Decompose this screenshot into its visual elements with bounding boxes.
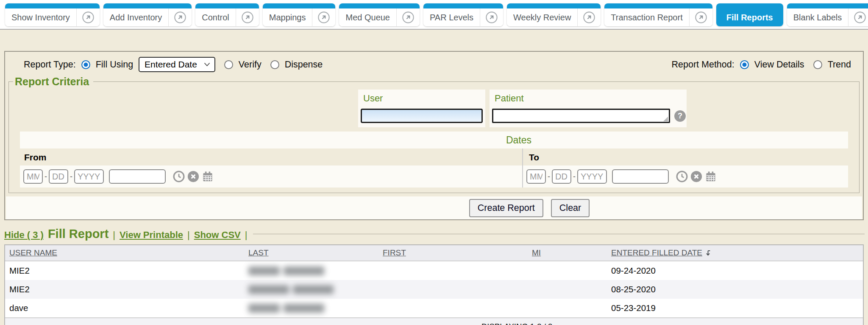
tab-label[interactable]: Mappings: [263, 13, 312, 22]
tab-control[interactable]: Control: [195, 3, 259, 26]
calendar-icon[interactable]: [704, 170, 717, 183]
separator: |: [245, 230, 248, 241]
table-row[interactable]: MIE2 09-24-2020: [5, 261, 863, 280]
radio-fill-using[interactable]: [81, 60, 90, 69]
tab-label[interactable]: Control: [195, 13, 235, 22]
tab-mappings[interactable]: Mappings: [263, 3, 336, 26]
clock-icon[interactable]: [676, 170, 688, 183]
date-to-column: To - -: [522, 148, 848, 188]
cell-entered-filled-date: 05-23-2019: [607, 303, 863, 313]
tab-med-queue[interactable]: Med Queue: [339, 3, 420, 26]
to-month-input[interactable]: [526, 169, 546, 184]
clear-button[interactable]: Clear: [551, 199, 590, 217]
from-year-input[interactable]: [74, 169, 104, 184]
create-report-button[interactable]: Create Report: [469, 199, 543, 217]
calendar-icon[interactable]: [201, 170, 214, 183]
view-details-label: View Details: [754, 59, 804, 70]
to-time-input[interactable]: [612, 169, 669, 184]
radio-verify[interactable]: [224, 60, 233, 69]
tab-show-inventory[interactable]: Show Inventory: [5, 3, 100, 26]
to-day-input[interactable]: [552, 169, 571, 184]
cell-entered-filled-date: 08-25-2020: [607, 284, 863, 294]
external-link-icon[interactable]: [480, 8, 503, 26]
external-link-icon[interactable]: [396, 8, 420, 26]
external-link-icon[interactable]: [76, 8, 100, 26]
from-time-input[interactable]: [109, 169, 166, 184]
tab-label[interactable]: PAR Levels: [423, 13, 480, 22]
form-actions-strip: Create Report Clear: [6, 196, 862, 219]
tab-accent-bar: [339, 3, 420, 8]
report-type-row: Report Type: Fill Using Entered Date Ver…: [5, 52, 863, 76]
sort-descending-icon: [704, 249, 712, 257]
date-separator: -: [548, 172, 550, 181]
redacted-text: [248, 285, 378, 294]
chevron-down-icon: [204, 62, 210, 67]
tab-accent-bar: [787, 3, 868, 8]
cell-entered-filled-date: 09-24-2020: [607, 266, 863, 276]
separator: |: [113, 230, 115, 241]
tab-label[interactable]: Fill Reports: [716, 13, 783, 22]
cell-user-name: dave: [5, 303, 244, 313]
cell-last-redacted: [244, 285, 378, 294]
patient-input[interactable]: [492, 109, 670, 123]
date-separator: -: [45, 172, 47, 181]
tab-blank-labels[interactable]: Blank Labels: [787, 3, 868, 26]
clock-icon[interactable]: [172, 170, 185, 183]
resize-grip-icon: [663, 117, 668, 121]
tab-label[interactable]: Show Inventory: [5, 13, 76, 22]
tab-fill-reports-active[interactable]: Fill Reports: [716, 3, 783, 26]
column-header-last[interactable]: LAST: [244, 248, 378, 258]
fill-using-label: Fill Using: [96, 59, 133, 70]
show-csv-link[interactable]: Show CSV: [194, 230, 241, 241]
displaying-count: DISPLAYING 1-3 / 3: [481, 322, 552, 325]
tab-weekly-review[interactable]: Weekly Review: [507, 3, 601, 26]
clear-date-icon[interactable]: [690, 170, 703, 183]
tab-label[interactable]: Transaction Report: [604, 13, 689, 22]
radio-trend[interactable]: [813, 60, 822, 69]
tab-label[interactable]: Blank Labels: [787, 13, 849, 22]
external-link-icon[interactable]: [312, 8, 335, 26]
column-header-entered-filled-date[interactable]: ENTERED FILLED DATE: [607, 248, 863, 258]
external-link-icon[interactable]: [168, 8, 192, 26]
tab-label[interactable]: Add Inventory: [103, 13, 168, 22]
radio-dispense[interactable]: [270, 60, 279, 69]
user-label: User: [358, 90, 485, 106]
table-footer: DISPLAYING 1-3 / 3: [5, 317, 863, 325]
column-header-mi[interactable]: MI: [528, 248, 607, 258]
redacted-text: [248, 304, 378, 313]
fill-report-title: Fill Report: [48, 227, 108, 241]
report-method-group: Report Method: View Details Trend: [672, 59, 851, 70]
hide-link[interactable]: Hide ( 3 ): [4, 230, 44, 241]
table-row[interactable]: dave 05-23-2019: [5, 299, 863, 317]
view-printable-link[interactable]: View Printable: [120, 230, 183, 241]
clear-date-icon[interactable]: [187, 170, 200, 183]
column-header-first[interactable]: FIRST: [378, 248, 528, 258]
help-icon[interactable]: ?: [674, 110, 686, 122]
tab-par-levels[interactable]: PAR Levels: [423, 3, 503, 26]
dispense-label: Dispense: [285, 59, 323, 70]
to-label: To: [523, 148, 848, 165]
to-year-input[interactable]: [577, 169, 607, 184]
from-month-input[interactable]: [23, 169, 43, 184]
date-separator: -: [70, 172, 72, 181]
tab-accent-bar: [604, 3, 712, 8]
user-input[interactable]: [361, 109, 483, 123]
external-link-icon[interactable]: [236, 8, 259, 26]
tab-label[interactable]: Med Queue: [339, 13, 396, 22]
column-header-user-name[interactable]: USER NAME: [5, 248, 244, 258]
external-link-icon[interactable]: [577, 8, 601, 26]
fill-reports-page: Show Inventory Add Inventory Control: [0, 0, 868, 325]
tab-add-inventory[interactable]: Add Inventory: [103, 3, 192, 26]
fill-using-date-select[interactable]: Entered Date: [139, 57, 215, 72]
external-link-icon[interactable]: [689, 8, 712, 26]
tab-accent-bar: [423, 3, 503, 8]
external-link-icon[interactable]: [848, 8, 868, 26]
tab-label[interactable]: Weekly Review: [507, 13, 577, 22]
radio-view-details[interactable]: [740, 60, 749, 69]
from-day-input[interactable]: [49, 169, 68, 184]
table-row[interactable]: MIE2 08-25-2020: [5, 280, 863, 299]
tab-accent-bar: [716, 3, 783, 8]
from-label: From: [20, 148, 522, 165]
tab-transaction-report[interactable]: Transaction Report: [604, 3, 712, 26]
separator: |: [187, 230, 190, 241]
